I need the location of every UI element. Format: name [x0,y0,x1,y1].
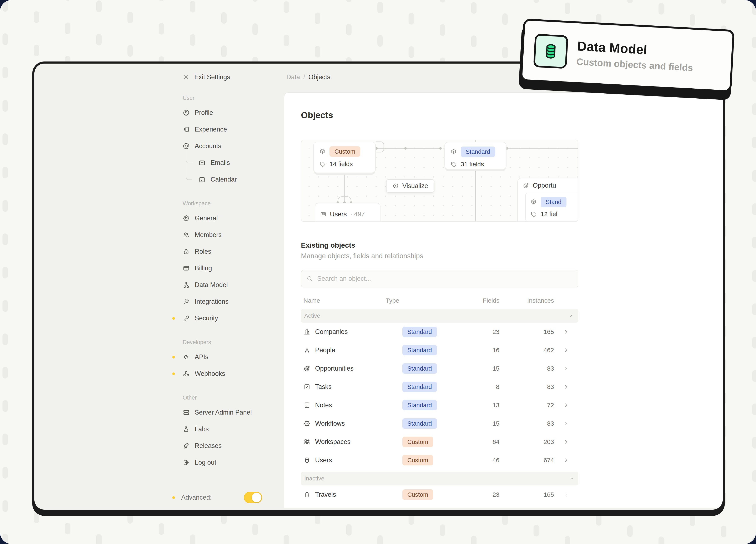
chevron-up-icon[interactable] [569,476,575,482]
bg-dot [659,3,664,15]
bg-dot [502,47,508,58]
sidebar-item[interactable]: Billing [183,260,303,277]
bg-dot [377,2,383,13]
sidebar-item[interactable]: Webhooks [183,365,303,382]
bg-dot [315,46,320,57]
sidebar-item[interactable]: Labs [183,421,303,438]
notification-dot [172,356,175,359]
sidebar-item-icon [198,159,206,166]
table-body: Active Companies [301,309,578,504]
bg-dot [34,45,39,56]
breadcrumb: Data / Objects [286,71,330,83]
sidebar-item[interactable]: Calendar [183,171,303,188]
bg-dot [2,500,8,512]
section-header[interactable]: Inactive [301,472,578,485]
cube-icon [530,199,537,205]
bg-dot [252,524,258,535]
row-action-icon[interactable] [563,402,569,408]
exit-settings-label: Exit Settings [194,73,230,81]
sidebar-item[interactable]: Emails [183,154,303,171]
instances-count: 203 [499,438,554,445]
row-action-icon[interactable] [563,420,569,427]
sidebar-item[interactable]: Integrations [183,293,303,310]
table-row[interactable]: People Standard 16 462 [301,341,578,359]
sidebar-item-icon [183,265,190,272]
row-action-icon[interactable] [563,365,569,372]
bg-dot [127,45,133,57]
settings-sidebar: User Profile [183,93,303,471]
table-row[interactable]: Tasks Standard 8 83 [301,378,578,396]
type-badge: Custom [329,146,360,157]
bg-dot [471,536,477,544]
table-row[interactable]: Travels Custom 23 165 [301,485,578,504]
chevron-up-icon[interactable] [569,313,575,319]
object-type-icon [303,402,311,409]
sidebar-item-icon [183,282,190,289]
bg-dot [190,534,195,544]
table-row[interactable]: Opportunities Standard 15 83 [301,359,578,378]
visualize-button[interactable]: Visualize [386,179,434,192]
row-action-icon[interactable] [563,384,569,390]
sidebar-item-icon [183,354,190,361]
instances-count: 674 [499,457,554,464]
sidebar-section: Other Server Admin Panel [183,393,303,471]
sidebar-item[interactable]: APIs [183,349,303,365]
diagram-node-opportunities[interactable]: Opportu Stand 12 fiel [517,178,578,222]
table-row[interactable]: Workspaces Custom 64 203 [301,433,578,451]
sidebar-item[interactable]: Log out [183,454,303,471]
table-row[interactable]: Users Custom 46 674 [301,451,578,469]
advanced-toggle[interactable] [244,492,262,503]
bg-dot [377,35,383,47]
node-name: Users [330,210,347,218]
row-action-icon[interactable] [563,457,569,463]
bg-dot [346,0,352,2]
diagram-card-custom[interactable]: Custom 14 fields [313,142,376,173]
sidebar-section: User Profile [183,93,303,188]
sidebar-section-label: Other [183,393,303,403]
type-badge: Custom [402,455,433,465]
bg-dot [346,524,352,536]
bg-dot [565,536,570,544]
sidebar-item-icon [183,298,190,305]
sidebar-item[interactable]: Security [183,310,303,327]
sidebar-item[interactable]: Profile [183,104,303,121]
object-diagram-preview[interactable]: Custom 14 fields Standard 31 fields [301,140,578,222]
breadcrumb-section[interactable]: Data [286,73,300,81]
sidebar-item[interactable]: General [183,210,303,226]
search-input[interactable] [317,275,573,283]
bg-dot [377,535,383,544]
type-badge: Standard [402,382,437,392]
sidebar-item[interactable]: Roles [183,243,303,260]
row-action-icon[interactable] [563,492,569,498]
instances-count: 83 [499,365,554,372]
sidebar-item-label: Server Admin Panel [195,409,252,416]
bg-dot [2,33,8,45]
section-header[interactable]: Active [301,309,578,323]
sidebar-section: Workspace General [183,198,303,327]
table-row[interactable]: Companies Standard 23 165 [301,323,578,341]
diagram-card-standard[interactable]: Standard 31 fields [444,142,506,169]
sidebar-item[interactable]: Experience [183,121,303,138]
sidebar-item[interactable]: Releases [183,438,303,454]
sidebar-item[interactable]: Data Model [183,277,303,293]
bg-dot [2,400,8,412]
sidebar-item-label: Members [195,231,222,239]
bg-dot [2,67,8,78]
row-action-icon[interactable] [563,439,569,445]
fields-count: 15 [466,420,499,427]
row-action-icon[interactable] [563,329,569,335]
sidebar-item-label: Accounts [195,142,221,150]
table-row[interactable]: Workflows Standard 15 83 [301,414,578,433]
instances-count: 72 [499,402,554,409]
diagram-node-users[interactable]: Users · 497 [315,203,380,222]
exit-settings-button[interactable]: Exit Settings [183,71,230,83]
sidebar-item-icon [198,176,206,183]
table-row[interactable]: Notes Standard 13 72 [301,396,578,414]
sidebar-item[interactable]: Accounts [183,138,303,154]
sidebar-item[interactable]: Server Admin Panel [183,404,303,421]
table-header: Name Type Fields Instances [301,295,578,307]
sidebar-item[interactable]: Members [183,226,303,243]
existing-objects-title: Existing objects [301,241,355,249]
advanced-toggle-row: Advanced: [172,491,262,504]
row-action-icon[interactable] [563,347,569,353]
